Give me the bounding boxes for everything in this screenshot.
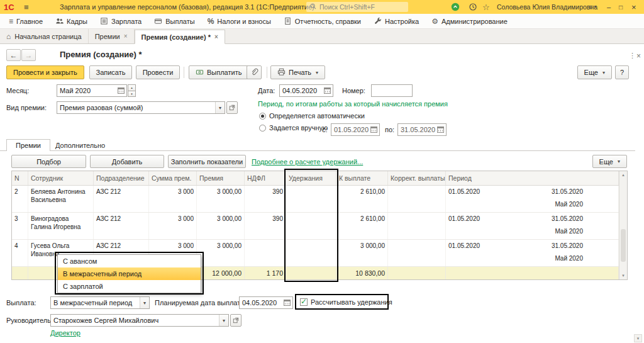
form-more-icon[interactable]: ⋮ xyxy=(629,52,636,60)
col-period[interactable]: Период xyxy=(446,171,619,185)
maximize-icon[interactable]: □ xyxy=(619,0,623,14)
cell-deductions[interactable] xyxy=(286,186,336,212)
cell-bonus-sum[interactable]: 3 000 xyxy=(149,213,197,239)
cell-correction[interactable] xyxy=(388,240,446,266)
cell-bonus[interactable]: 3 000,00 xyxy=(197,240,245,266)
cell-to-pay[interactable]: 2 610,00 xyxy=(336,186,388,212)
col-department[interactable]: Подразделение xyxy=(94,171,149,185)
cell-ndfl[interactable]: 390 xyxy=(245,213,286,239)
col-bonus[interactable]: Премия xyxy=(197,171,245,185)
favorites-icon[interactable]: ☆ xyxy=(482,0,490,14)
pay-button[interactable]: Выплатить xyxy=(189,65,248,79)
menu-item-settings[interactable]: Настройка xyxy=(367,14,425,28)
month-field[interactable]: Май 2020 xyxy=(57,84,127,97)
col-n[interactable]: N xyxy=(12,171,28,185)
cell-n[interactable]: 4 xyxy=(12,240,28,266)
service-menu-icon[interactable]: ≡▾ xyxy=(589,0,596,14)
calendar-icon[interactable] xyxy=(437,127,444,133)
menu-item-salary[interactable]: Зарплата xyxy=(94,14,148,28)
scroll-up-icon[interactable]: ▴ xyxy=(619,171,627,179)
dropdown-option-s-avansom[interactable]: С авансом xyxy=(58,255,201,267)
cell-ndfl[interactable] xyxy=(245,240,286,266)
close-tab-icon[interactable]: × xyxy=(214,33,218,40)
cell-department[interactable]: АЗС 212 xyxy=(94,186,149,212)
combo-arrow-icon[interactable]: ▾ xyxy=(215,102,225,113)
date-field[interactable]: 04.05.2020 xyxy=(279,84,333,97)
tab-home[interactable]: ⌂Начальная страница xyxy=(0,29,89,43)
tab-premii[interactable]: Премии× xyxy=(89,29,135,43)
combo-arrow-icon[interactable]: ▾ xyxy=(219,315,228,326)
table-row[interactable]: 3 Виноградова Галина Игоревна АЗС 212 3 … xyxy=(12,213,619,240)
fill-indicators-button[interactable]: Заполнить показатели xyxy=(168,155,246,168)
open-manager-button[interactable] xyxy=(230,314,242,327)
radio-period-manual[interactable]: Задается вручную xyxy=(259,124,328,132)
dropdown-option-v-mezhraschetny[interactable]: В межрасчетный период xyxy=(58,267,201,280)
number-field[interactable] xyxy=(371,84,413,97)
doc-more-button[interactable]: Еще▾ xyxy=(577,65,612,79)
calendar-icon[interactable] xyxy=(284,300,291,306)
post-and-close-button[interactable]: Провести и закрыть xyxy=(6,65,84,79)
minimize-icon[interactable]: – xyxy=(607,0,611,14)
menu-item-main[interactable]: ≡Главное xyxy=(3,14,49,28)
cell-period[interactable]: 01.05.202031.05.2020Май 2020 xyxy=(446,186,619,212)
col-ndfl[interactable]: НДФЛ xyxy=(245,171,286,185)
post-button[interactable]: Провести xyxy=(136,65,180,79)
cell-to-pay[interactable]: 2 610,00 xyxy=(336,213,388,239)
position-link[interactable]: Директор xyxy=(50,329,80,337)
close-tab-icon[interactable]: × xyxy=(124,33,128,40)
back-button[interactable]: ← xyxy=(6,49,21,61)
cell-deductions[interactable] xyxy=(286,213,336,239)
spinner-up-icon[interactable]: ▴ xyxy=(128,84,136,91)
col-correction[interactable]: Коррект. выплаты xyxy=(388,171,446,185)
period-from-field[interactable]: 01.05.2020 xyxy=(331,123,380,136)
menu-item-taxes[interactable]: %Налоги и взносы xyxy=(201,14,277,28)
col-employee[interactable]: Сотрудник xyxy=(28,171,94,185)
cell-to-pay[interactable]: 3 000,00 xyxy=(336,240,388,266)
cell-employee[interactable]: Беляева Антонина Васильевна xyxy=(28,186,94,212)
planned-date-field[interactable]: 04.05.2020 xyxy=(239,296,293,309)
cell-bonus[interactable]: 3 000,00 xyxy=(197,186,245,212)
col-deductions[interactable]: Удержания xyxy=(286,171,336,185)
forward-button[interactable]: → xyxy=(21,49,36,61)
help-button[interactable]: ? xyxy=(615,65,629,79)
discussions-icon[interactable] xyxy=(451,0,460,14)
cell-department[interactable]: АЗС 212 xyxy=(94,213,149,239)
write-button[interactable]: Записать xyxy=(89,65,132,79)
form-scroll-down-icon[interactable]: ▾ xyxy=(634,334,642,342)
pick-button[interactable]: Подбор xyxy=(11,155,86,168)
attachments-button[interactable] xyxy=(247,65,262,79)
print-button[interactable]: Печать▾ xyxy=(270,65,325,79)
cell-bonus-sum[interactable]: 3 000 xyxy=(149,186,197,212)
col-bonus-sum[interactable]: Сумма прем. xyxy=(149,171,197,185)
tab-premiya-sozdanie[interactable]: Премия (создание) *× xyxy=(135,30,225,44)
manager-combo[interactable]: Старокожев Сергей Михайлович▾ xyxy=(50,314,229,327)
close-app-icon[interactable]: × xyxy=(631,0,636,14)
combo-arrow-icon[interactable]: ▾ xyxy=(140,297,149,308)
tab-dopolnitelno-page[interactable]: Дополнительно xyxy=(55,142,105,149)
menu-item-payments[interactable]: Выплаты xyxy=(148,14,201,28)
add-button[interactable]: Добавить xyxy=(90,155,164,168)
history-icon[interactable] xyxy=(469,0,477,14)
cell-bonus[interactable]: 3 000,00 xyxy=(197,213,245,239)
radio-period-auto[interactable]: Определяется автоматически xyxy=(259,112,365,120)
current-user[interactable]: Соловьева Юлия Владимировна xyxy=(497,0,597,14)
dropdown-option-s-zarplatoy[interactable]: С зарплатой xyxy=(58,280,201,293)
table-more-button[interactable]: Еще▾ xyxy=(592,155,627,168)
deductions-details-link[interactable]: Подробнее о расчете удержаний... xyxy=(252,158,363,166)
calendar-icon[interactable] xyxy=(324,87,331,94)
table-row[interactable]: 2 Беляева Антонина Васильевна АЗС 212 3 … xyxy=(12,186,619,213)
cell-correction[interactable] xyxy=(388,186,446,212)
period-to-field[interactable]: 31.05.2020 xyxy=(397,123,447,136)
cell-employee[interactable]: Виноградова Галина Игоревна xyxy=(28,213,94,239)
calendar-icon[interactable] xyxy=(370,127,377,133)
menu-item-administration[interactable]: ⚙Администрирование xyxy=(425,14,514,28)
month-spinner[interactable]: ▴▾ xyxy=(128,84,136,97)
menu-item-hr[interactable]: Кадры xyxy=(49,14,94,28)
form-close-icon[interactable]: × xyxy=(636,52,641,60)
calc-deductions-checkbox[interactable]: Рассчитывать удержания xyxy=(300,298,392,306)
cell-n[interactable]: 2 xyxy=(12,186,28,212)
scroll-down-icon[interactable]: ▾ xyxy=(619,272,627,279)
menu-item-reports[interactable]: Отчетность, справки xyxy=(277,14,367,28)
global-search-input[interactable]: Поиск Ctrl+Shift+F xyxy=(306,2,408,12)
calendar-icon[interactable] xyxy=(118,87,125,94)
